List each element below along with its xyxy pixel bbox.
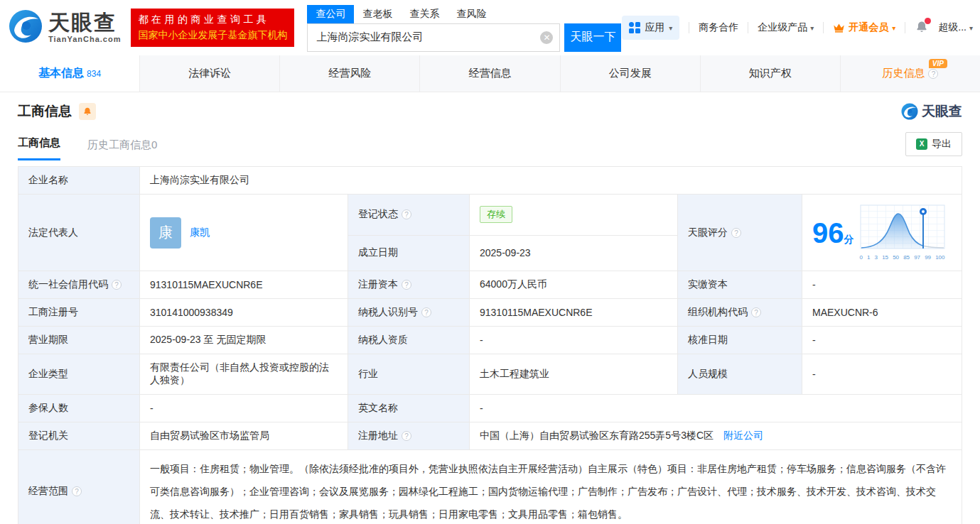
divider (689, 22, 689, 33)
tab-label: 历史信息 (882, 67, 925, 80)
reg-capital-label: 注册资本 (358, 278, 398, 290)
tab-legal-litigation[interactable]: 法律诉讼 (140, 55, 280, 92)
help-icon[interactable]: ? (731, 228, 741, 238)
table-row: 参保人数 - 英文名称 - (18, 395, 962, 422)
search-tab-risk[interactable]: 查风险 (448, 5, 495, 23)
watermark-text: 天眼查 (922, 102, 962, 121)
section-title: 工商信息 (18, 102, 72, 121)
nearby-companies-link[interactable]: 附近公司 (723, 430, 763, 441)
enterprise-label: 企业级产品 (758, 21, 807, 34)
tab-company-development[interactable]: 公司发展 (561, 55, 701, 92)
chevron-down-icon: ▾ (669, 24, 672, 32)
table-row: 经营范围? 一般项目：住房租赁；物业管理。（除依法须经批准的项目外，凭营业执照依… (18, 450, 962, 524)
subtab-business-info[interactable]: 工商信息 (18, 136, 60, 160)
tab-operation-info[interactable]: 经营信息 (420, 55, 560, 92)
top-header: 天眼查 TianYanCha.com 都在用的商业查询工具 国家中小企业发展子基… (0, 0, 980, 55)
search-tab-company[interactable]: 查公司 (307, 5, 354, 23)
tab-intellectual-property[interactable]: 知识产权 (701, 55, 841, 92)
org-code-label: 组织机构代码 (688, 306, 748, 317)
company-name-value: 上海尚淙实业有限公司 (140, 167, 962, 195)
excel-icon: X (916, 138, 927, 150)
address-label: 注册地址 (358, 430, 398, 441)
company-type-label: 企业类型 (18, 354, 140, 395)
term-label: 营业期限 (18, 327, 140, 354)
nav-enterprise-products[interactable]: 企业级产品 ▾ (758, 21, 814, 34)
address-value-cell: 中国（上海）自由贸易试验区东育路255弄5号3楼C区 附近公司 (470, 422, 962, 450)
legal-rep-cell: 康 康凯 (140, 195, 348, 271)
reg-no-value: 310141000938349 (140, 299, 348, 327)
open-vip-button[interactable]: 开通会员 ▾ (833, 21, 895, 34)
establish-date-label: 成立日期 (348, 235, 470, 271)
account-label: 超级... (938, 21, 966, 34)
legal-rep-label: 法定代表人 (18, 195, 140, 271)
uscc-value: 91310115MAEXUCNR6E (140, 271, 348, 299)
business-info-table: 企业名称 上海尚淙实业有限公司 法定代表人 康 康凯 登记状态? 存续 天眼评分… (18, 166, 962, 524)
chevron-down-icon: ▾ (969, 24, 973, 32)
help-icon[interactable]: ? (421, 307, 431, 317)
tab-operation-risk[interactable]: 经营风险 (280, 55, 420, 92)
score-cell[interactable]: 96分 (802, 195, 962, 271)
org-code-label-cell: 组织机构代码? (678, 299, 802, 327)
tab-basic-info[interactable]: 基本信息 834 (0, 55, 140, 92)
company-name-label: 企业名称 (18, 167, 140, 195)
help-icon[interactable]: ? (402, 280, 411, 290)
help-icon[interactable]: ? (751, 307, 761, 317)
insured-value: - (140, 395, 348, 422)
en-name-label: 英文名称 (348, 395, 470, 422)
help-icon[interactable]: ? (402, 431, 411, 441)
taxpayer-id-label-cell: 纳税人识别号? (348, 299, 470, 327)
address-value: 中国（上海）自由贸易试验区东育路255弄5号3楼C区 (480, 430, 714, 441)
search-tab-boss[interactable]: 查老板 (354, 5, 401, 23)
help-icon[interactable]: ? (72, 486, 82, 496)
apps-menu[interactable]: 应用 ▾ (622, 16, 679, 40)
establish-date-value: 2025-09-23 (470, 235, 678, 271)
table-row: 企业名称 上海尚淙实业有限公司 (18, 167, 962, 195)
insured-label: 参保人数 (18, 395, 140, 422)
reg-capital-label-cell: 注册资本? (348, 271, 470, 299)
taxpayer-quali-value: - (470, 327, 678, 354)
legal-rep-link[interactable]: 康凯 (190, 226, 210, 239)
term-value: 2025-09-23 至 无固定期限 (140, 327, 348, 354)
reg-status-label-cell: 登记状态? (348, 195, 470, 236)
status-badge: 存续 (480, 206, 512, 223)
help-icon[interactable]: ? (402, 209, 411, 219)
tab-label: 知识产权 (749, 67, 792, 80)
authority-value: 自由贸易试验区市场监管局 (140, 422, 348, 450)
score-value: 96 (812, 217, 844, 249)
table-row: 企业类型 有限责任公司（非自然人投资或控股的法人独资） 行业 土木工程建筑业 人… (18, 354, 962, 395)
tab-label: 经营风险 (328, 67, 371, 80)
search-tab-relation[interactable]: 查关系 (401, 5, 448, 23)
clear-search-icon[interactable]: ✕ (540, 31, 553, 44)
notification-dot (925, 18, 931, 24)
address-label-cell: 注册地址? (348, 422, 470, 450)
staff-size-value: - (802, 354, 962, 395)
help-icon[interactable]: ? (928, 69, 938, 79)
scope-label: 经营范围 (28, 485, 68, 496)
export-button[interactable]: X 导出 (905, 132, 962, 156)
scope-value-cell: 一般项目：住房租赁；物业管理。（除依法须经批准的项目外，凭营业执照依法自主开展经… (140, 450, 962, 524)
tianyancha-logo[interactable]: 天眼查 TianYanCha.com (9, 9, 121, 46)
nav-business-coop[interactable]: 商务合作 (699, 21, 738, 34)
scope-label-cell: 经营范围? (18, 450, 140, 524)
taxpayer-id-value: 91310115MAEXUCNR6E (470, 299, 678, 327)
industry-label: 行业 (348, 354, 470, 395)
taxpayer-id-label: 纳税人识别号 (358, 306, 418, 317)
company-type-value: 有限责任公司（非自然人投资或控股的法人独资） (140, 354, 348, 395)
avatar[interactable]: 康 (150, 217, 181, 249)
tab-history-info[interactable]: VIP 历史信息 ? (841, 55, 980, 92)
brand-name: 天眼查 (48, 12, 121, 33)
promo-line2: 国家中小企业发展子基金旗下机构 (138, 29, 287, 42)
score-unit: 分 (844, 234, 854, 245)
account-menu[interactable]: 超级... ▾ (938, 21, 973, 34)
notifications-bell[interactable] (915, 20, 929, 36)
search-input[interactable] (307, 23, 560, 52)
chart-x-ticks: 0131550859799100 (860, 254, 945, 261)
divider (905, 22, 905, 33)
staff-size-label: 人员规模 (678, 354, 802, 395)
help-icon[interactable]: ? (112, 280, 122, 290)
table-row: 工商注册号 310141000938349 纳税人识别号? 91310115MA… (18, 299, 962, 327)
subscribe-bell-button[interactable] (79, 103, 96, 120)
en-name-value: - (470, 395, 962, 422)
search-button[interactable]: 天眼一下 (564, 23, 621, 52)
subtab-history-business-info[interactable]: 历史工商信息0 (87, 138, 157, 160)
